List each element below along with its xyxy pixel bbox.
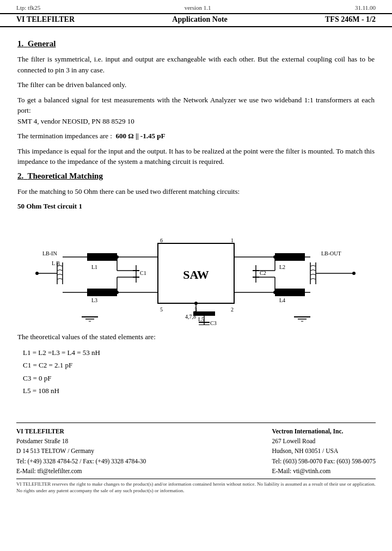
svg-text:C1: C1: [140, 270, 146, 276]
value-item-1: C1 = C2 = 2.1 pF: [23, 359, 375, 371]
meta-left: Ltp: tfk25: [16, 4, 40, 11]
header-doc-id: TFS 246M - 1/2: [325, 15, 376, 24]
section1-para1: The filter is symmetrical, i.e. input an…: [17, 54, 375, 75]
footer-right-line3: Tel: (603) 598-0070 Fax: (603) 598-0075: [272, 456, 376, 466]
main-content: 1. General The filter is symmetrical, i.…: [0, 27, 392, 406]
meta-center: version 1.1: [185, 4, 211, 11]
svg-text:SAW: SAW: [183, 268, 209, 281]
header-company: VI TELEFILTER: [16, 15, 75, 24]
svg-text:L1: L1: [91, 264, 97, 270]
footer-left-line1: Potsdamer Straße 18: [16, 436, 146, 446]
svg-text:L2: L2: [279, 264, 285, 270]
svg-rect-13: [87, 253, 117, 261]
circuit-svg: SAW 6 1 5 2 3 LB-IN L B: [27, 216, 365, 325]
footer-right-line1: 267 Lowell Road: [272, 436, 376, 446]
svg-text:L3: L3: [91, 297, 97, 303]
footer: VI TELEFILTER Potsdamer Straße 18 D 14 5…: [16, 423, 376, 476]
svg-text:1: 1: [231, 237, 234, 243]
footer-left-line4: E-Mail: tfi@telefilter.com: [16, 466, 146, 476]
section2-heading: 2. Theoretical Matching: [17, 172, 375, 181]
footer-left-line2: D 14 513 TELTOW / Germany: [16, 446, 146, 456]
svg-text:L5: L5: [198, 316, 204, 322]
circuit-diagram: SAW 6 1 5 2 3 LB-IN L B: [17, 216, 375, 325]
value-item-2: C3 = 0 pF: [23, 372, 375, 384]
svg-rect-31: [275, 253, 305, 261]
section1-para2: The filter can be driven balanced only.: [17, 79, 375, 90]
footer-right-line2: Hudson, NH 03051 / USA: [272, 446, 376, 456]
svg-rect-35: [275, 289, 305, 296]
svg-text:LB-OUT: LB-OUT: [321, 250, 341, 256]
circuit-title: 50 Ohm Test circuit 1: [17, 201, 375, 212]
theory-intro: The theoretical values of the stated ele…: [17, 332, 375, 342]
svg-text:L4: L4: [279, 297, 285, 303]
section1-impedance: The termination impedances are : 600 Ω |…: [17, 131, 375, 142]
svg-point-55: [194, 302, 198, 305]
svg-text:2: 2: [231, 307, 234, 313]
svg-text:C3: C3: [210, 320, 217, 325]
svg-text:6: 6: [160, 237, 163, 243]
footer-right: Vectron International, Inc. 267 Lowell R…: [272, 426, 376, 476]
svg-text:LB-IN: LB-IN: [42, 250, 57, 256]
header-title: Application Note: [172, 15, 228, 24]
footer-right-line0: Vectron International, Inc.: [272, 426, 376, 436]
footer-right-line4: E-Mail: vti@vtinh.com: [272, 466, 376, 476]
top-meta: Ltp: tfk25 version 1.1 31.11.00: [0, 0, 392, 13]
svg-rect-18: [87, 289, 117, 296]
section1-heading: 1. General: [17, 39, 375, 48]
footer-left-line0: VI TELEFILTER: [16, 426, 146, 436]
footer-left: VI TELEFILTER Potsdamer Straße 18 D 14 5…: [16, 426, 146, 476]
svg-text:5: 5: [160, 307, 163, 313]
section1-para3: To get a balanced signal for test measur…: [17, 95, 375, 127]
footer-disclaimer: VI TELEFILTER reserves the right to make…: [16, 479, 376, 494]
value-item-0: L1 = L2 =L3 = L4 = 53 nH: [23, 346, 375, 359]
meta-right: 31.11.00: [355, 4, 376, 11]
value-item-3: L5 = 108 nH: [23, 384, 375, 397]
values-list: L1 = L2 =L3 = L4 = 53 nH C1 = C2 = 2.1 p…: [23, 346, 375, 397]
header-bar: VI TELEFILTER Application Note TFS 246M …: [0, 13, 392, 27]
footer-left-line3: Tel: (+49) 3328 4784-52 / Fax: (+49) 332…: [16, 456, 146, 466]
section1-para5: This impedance is equal for the input an…: [17, 146, 375, 167]
section2-intro: For the matching to 50 Ohm there can be …: [17, 186, 375, 197]
svg-rect-57: [193, 311, 215, 316]
page: Ltp: tfk25 version 1.1 31.11.00 VI TELEF…: [0, 0, 392, 551]
